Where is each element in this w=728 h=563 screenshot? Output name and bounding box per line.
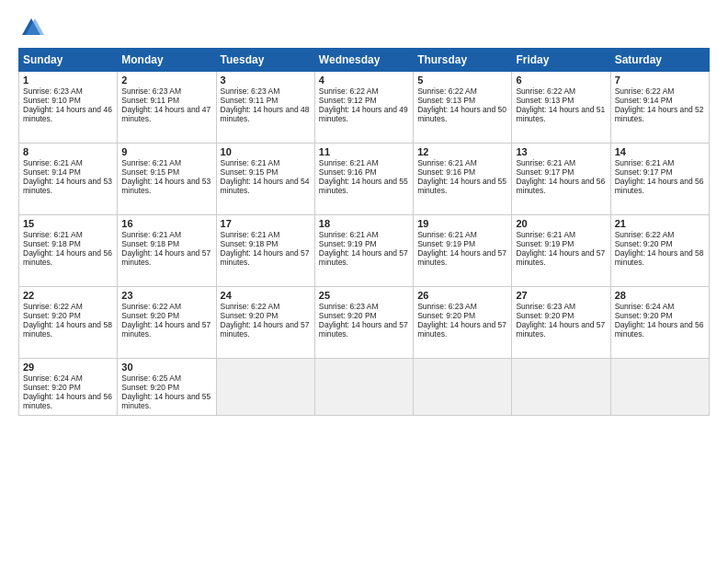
calendar-cell [512,359,610,416]
calendar-cell: 8Sunrise: 6:21 AMSunset: 9:14 PMDaylight… [19,144,118,215]
calendar-cell: 25Sunrise: 6:23 AMSunset: 9:20 PMDayligh… [314,287,413,359]
sunset-label: Sunset: 9:20 PM [23,311,81,320]
calendar-cell: 19Sunrise: 6:21 AMSunset: 9:19 PMDayligh… [414,215,512,287]
calendar-cell: 17Sunrise: 6:21 AMSunset: 9:18 PMDayligh… [216,215,314,287]
daylight-label: Daylight: 14 hours and 57 minutes. [319,320,408,339]
sunset-label: Sunset: 9:20 PM [121,311,179,320]
sunrise-label: Sunrise: 6:21 AM [121,230,181,239]
sunrise-label: Sunrise: 6:23 AM [417,302,477,311]
day-number: 7 [615,75,705,86]
sunrise-label: Sunrise: 6:21 AM [615,158,675,167]
sunrise-label: Sunrise: 6:22 AM [615,230,675,239]
daylight-label: Daylight: 14 hours and 54 minutes. [221,177,310,195]
day-number: 19 [417,218,507,229]
daylight-label: Daylight: 14 hours and 57 minutes. [516,320,605,339]
daylight-label: Daylight: 14 hours and 57 minutes. [121,248,210,267]
daylight-label: Daylight: 14 hours and 58 minutes. [23,320,112,339]
calendar-cell: 12Sunrise: 6:21 AMSunset: 9:16 PMDayligh… [414,144,512,215]
day-number: 29 [23,362,113,373]
day-number: 14 [615,146,705,157]
day-number: 5 [417,75,507,86]
calendar-cell: 15Sunrise: 6:21 AMSunset: 9:18 PMDayligh… [19,215,118,287]
sunset-label: Sunset: 9:17 PM [615,167,673,177]
sunrise-label: Sunrise: 6:22 AM [417,86,477,96]
sunset-label: Sunset: 9:13 PM [516,96,574,105]
sunset-label: Sunset: 9:19 PM [319,239,377,248]
sunrise-label: Sunrise: 6:22 AM [221,302,280,311]
sunrise-label: Sunrise: 6:22 AM [23,302,83,311]
day-number: 22 [23,290,113,301]
daylight-label: Daylight: 14 hours and 57 minutes. [417,248,506,267]
calendar-cell: 27Sunrise: 6:23 AMSunset: 9:20 PMDayligh… [512,287,610,359]
sunrise-label: Sunrise: 6:23 AM [319,302,379,311]
calendar-cell: 22Sunrise: 6:22 AMSunset: 9:20 PMDayligh… [19,287,118,359]
day-number: 1 [23,75,113,86]
sunrise-label: Sunrise: 6:21 AM [221,230,280,239]
day-number: 27 [516,290,606,301]
calendar-cell: 18Sunrise: 6:21 AMSunset: 9:19 PMDayligh… [314,215,413,287]
calendar-cell: 7Sunrise: 6:22 AMSunset: 9:14 PMDaylight… [610,72,709,144]
calendar-cell: 29Sunrise: 6:24 AMSunset: 9:20 PMDayligh… [19,359,118,416]
sunset-label: Sunset: 9:16 PM [319,167,377,177]
daylight-label: Daylight: 14 hours and 56 minutes. [23,248,112,267]
calendar-cell: 13Sunrise: 6:21 AMSunset: 9:17 PMDayligh… [512,144,610,215]
daylight-label: Daylight: 14 hours and 56 minutes. [516,177,605,195]
calendar-header-monday: Monday [118,49,216,72]
sunrise-label: Sunrise: 6:22 AM [516,86,575,96]
sunset-label: Sunset: 9:15 PM [121,167,179,177]
daylight-label: Daylight: 14 hours and 56 minutes. [615,177,704,195]
logo [18,15,48,40]
sunset-label: Sunset: 9:20 PM [319,311,377,320]
day-number: 16 [121,218,211,229]
sunrise-label: Sunrise: 6:21 AM [516,158,575,167]
daylight-label: Daylight: 14 hours and 57 minutes. [417,320,506,339]
sunrise-label: Sunrise: 6:22 AM [615,86,675,96]
daylight-label: Daylight: 14 hours and 55 minutes. [417,177,506,195]
page: SundayMondayTuesdayWednesdayThursdayFrid… [0,0,728,563]
calendar-cell [610,359,709,416]
daylight-label: Daylight: 14 hours and 48 minutes. [221,105,310,123]
calendar-cell: 3Sunrise: 6:23 AMSunset: 9:11 PMDaylight… [216,72,314,144]
day-number: 17 [221,218,311,229]
sunrise-label: Sunrise: 6:22 AM [319,86,379,96]
daylight-label: Daylight: 14 hours and 56 minutes. [23,392,112,410]
day-number: 9 [121,146,211,157]
calendar-cell: 6Sunrise: 6:22 AMSunset: 9:13 PMDaylight… [512,72,610,144]
day-number: 6 [516,75,606,86]
sunset-label: Sunset: 9:20 PM [615,239,673,248]
calendar-cell: 24Sunrise: 6:22 AMSunset: 9:20 PMDayligh… [216,287,314,359]
daylight-label: Daylight: 14 hours and 55 minutes. [121,392,210,410]
sunrise-label: Sunrise: 6:21 AM [319,158,379,167]
calendar-cell: 20Sunrise: 6:21 AMSunset: 9:19 PMDayligh… [512,215,610,287]
calendar-cell: 30Sunrise: 6:25 AMSunset: 9:20 PMDayligh… [118,359,216,416]
sunset-label: Sunset: 9:11 PM [221,96,279,105]
daylight-label: Daylight: 14 hours and 58 minutes. [615,248,704,267]
day-number: 18 [319,218,409,229]
sunrise-label: Sunrise: 6:24 AM [23,373,83,383]
daylight-label: Daylight: 14 hours and 46 minutes. [23,105,112,123]
calendar-header-saturday: Saturday [610,49,709,72]
sunset-label: Sunset: 9:20 PM [23,383,81,392]
sunrise-label: Sunrise: 6:21 AM [121,158,181,167]
sunset-label: Sunset: 9:10 PM [23,96,81,105]
calendar-week-4: 22Sunrise: 6:22 AMSunset: 9:20 PMDayligh… [19,287,710,359]
calendar-cell: 16Sunrise: 6:21 AMSunset: 9:18 PMDayligh… [118,215,216,287]
daylight-label: Daylight: 14 hours and 47 minutes. [121,105,210,123]
sunrise-label: Sunrise: 6:21 AM [417,230,477,239]
daylight-label: Daylight: 14 hours and 57 minutes. [516,248,605,267]
day-number: 21 [615,218,705,229]
sunset-label: Sunset: 9:15 PM [221,167,279,177]
day-number: 23 [121,290,211,301]
calendar-header-row: SundayMondayTuesdayWednesdayThursdayFrid… [19,49,710,72]
header [18,15,710,40]
sunrise-label: Sunrise: 6:25 AM [121,373,181,383]
calendar-cell: 21Sunrise: 6:22 AMSunset: 9:20 PMDayligh… [610,215,709,287]
daylight-label: Daylight: 14 hours and 53 minutes. [121,177,210,195]
daylight-label: Daylight: 14 hours and 57 minutes. [121,320,210,339]
sunset-label: Sunset: 9:16 PM [417,167,475,177]
calendar-cell [414,359,512,416]
day-number: 15 [23,218,113,229]
daylight-label: Daylight: 14 hours and 57 minutes. [221,248,310,267]
calendar-cell: 4Sunrise: 6:22 AMSunset: 9:12 PMDaylight… [314,72,413,144]
sunset-label: Sunset: 9:20 PM [516,311,574,320]
